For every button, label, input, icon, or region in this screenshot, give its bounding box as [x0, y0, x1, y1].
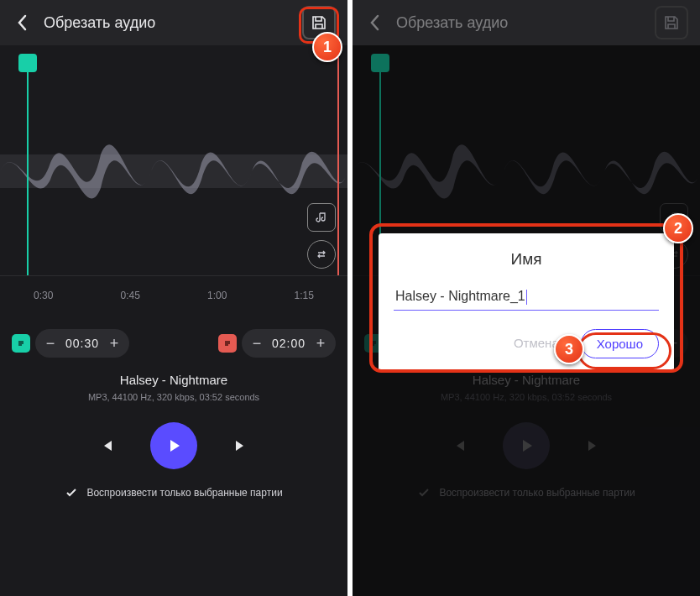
end-time-control: − 02:00 + [218, 329, 336, 358]
header: Обрезать аудио [353, 0, 700, 45]
waveform-area[interactable]: 0:30 0:45 1:00 1:15 [0, 45, 347, 314]
page-title: Обрезать аудио [44, 14, 302, 32]
dialog-title: Имя [394, 250, 659, 269]
start-minus[interactable]: − [39, 335, 62, 353]
play-icon [165, 437, 183, 455]
trim-start-marker[interactable] [27, 57, 29, 275]
track-title: Halsey - Nightmare [0, 373, 347, 387]
page-title: Обрезать аудио [396, 14, 655, 32]
play-selection-label: Воспроизвести только выбранные партии [86, 487, 282, 499]
trim-end-marker[interactable] [337, 57, 339, 275]
swap-icon [315, 248, 328, 261]
time-tick: 0:30 [34, 290, 53, 301]
filename-input[interactable]: Halsey - Nightmare_1 [394, 284, 659, 311]
back-button[interactable] [12, 13, 32, 33]
time-controls: − 00:30 + − 02:00 + [0, 314, 347, 364]
back-button[interactable] [364, 13, 384, 33]
header: Обрезать аудио [0, 0, 347, 45]
track-meta: MP3, 44100 Hz, 320 kbps, 03:52 seconds [0, 392, 347, 402]
music-note-button[interactable] [307, 203, 336, 232]
play-button[interactable] [150, 422, 197, 469]
end-plus[interactable]: + [309, 335, 332, 353]
end-chip-icon [218, 334, 237, 353]
player-controls [0, 422, 347, 469]
end-time[interactable]: 02:00 [269, 337, 309, 350]
end-minus[interactable]: − [245, 335, 269, 353]
time-tick: 0:45 [121, 290, 140, 301]
start-time-control: − 00:30 + [12, 329, 129, 358]
svg-rect-0 [23, 57, 33, 67]
time-tick: 1:15 [295, 290, 314, 301]
callout-highlight-ok [577, 332, 671, 369]
waveform [0, 104, 347, 238]
timeline: 0:30 0:45 1:00 1:15 [0, 275, 347, 306]
save-button[interactable] [655, 6, 688, 39]
skip-next-icon [231, 436, 251, 456]
time-tick: 1:00 [207, 290, 227, 301]
track-info: Halsey - Nightmare MP3, 44100 Hz, 320 kb… [0, 373, 347, 402]
check-icon [65, 486, 78, 499]
screen-right: Обрезать аудио 0:30 0 [353, 0, 700, 596]
screen-left: Обрезать аудио 1 [0, 0, 347, 596]
start-time[interactable]: 00:30 [62, 337, 102, 350]
callout-2: 2 [663, 213, 693, 243]
callout-1: 1 [312, 32, 342, 62]
callout-3: 3 [554, 334, 584, 364]
prev-button[interactable] [93, 432, 120, 459]
start-chip-icon [12, 334, 30, 353]
next-button[interactable] [227, 432, 254, 459]
music-note-icon [315, 211, 328, 224]
swap-button[interactable] [307, 240, 336, 269]
start-plus[interactable]: + [102, 335, 126, 353]
play-selection-row[interactable]: Воспроизвести только выбранные партии [0, 486, 347, 499]
save-icon [663, 14, 680, 31]
skip-prev-icon [97, 436, 117, 456]
